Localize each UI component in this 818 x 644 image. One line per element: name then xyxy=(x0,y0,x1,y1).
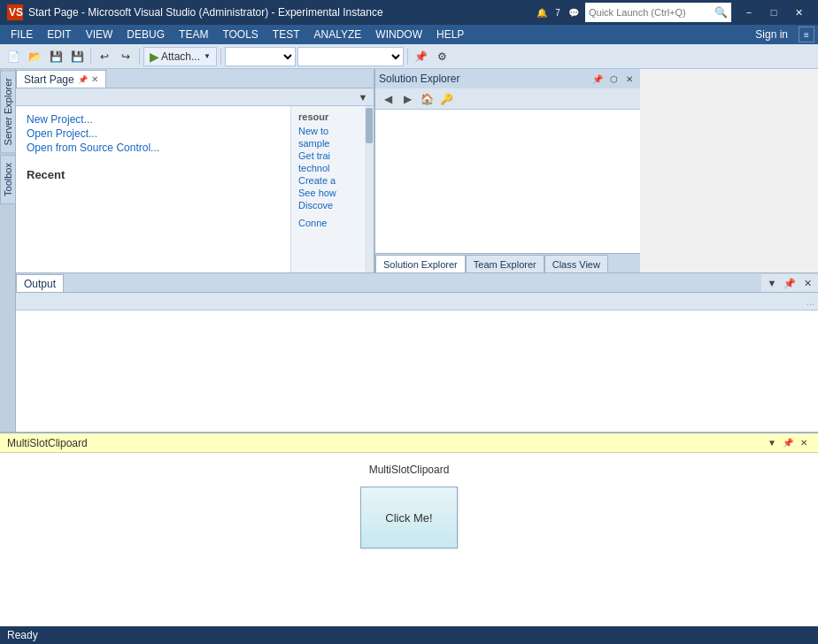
resource-link-1[interactable]: sample xyxy=(298,138,367,149)
menu-view[interactable]: VIEW xyxy=(79,25,120,44)
team-explorer-bottom-tab[interactable]: Team Explorer xyxy=(466,255,544,272)
output-dropdown[interactable]: ▼ xyxy=(765,276,779,290)
resource-link-3[interactable]: technol xyxy=(298,163,367,173)
multiclip-content: MultiSlotClipoard Click Me! xyxy=(0,453,818,626)
search-input[interactable] xyxy=(589,7,713,18)
open-project-link[interactable]: Open Project... xyxy=(27,127,280,140)
output-tab-label: Output xyxy=(24,278,56,290)
menu-window[interactable]: WINDOW xyxy=(368,25,429,44)
title-bar-icons: 🔔 7 💬 xyxy=(536,6,580,19)
start-page-scrollbar[interactable] xyxy=(365,106,374,272)
settings-toolbar-button[interactable]: ⚙ xyxy=(433,47,452,66)
multiclip-dropdown[interactable]: ▼ xyxy=(765,436,779,450)
output-close[interactable]: ✕ xyxy=(800,276,814,290)
save-all-button[interactable]: 💾 xyxy=(67,47,87,66)
attach-arrow: ▼ xyxy=(204,52,211,60)
scrollbar-thumb[interactable] xyxy=(366,108,373,143)
extension-icon[interactable]: ≡ xyxy=(799,27,814,42)
multiclip-close[interactable]: ✕ xyxy=(797,436,811,450)
minimize-button[interactable]: − xyxy=(737,0,761,25)
notifications-icon[interactable]: 🔔 xyxy=(536,6,548,19)
quick-launch-search[interactable]: 🔍 xyxy=(585,3,731,22)
resource-link-2[interactable]: Get trai xyxy=(298,150,367,161)
open-source-control-link[interactable]: Open from Source Control... xyxy=(27,142,280,154)
output-tab[interactable]: Output xyxy=(16,274,64,292)
multiclip-header: MultiSlotClipoard ▼ 📌 ✕ xyxy=(0,433,818,453)
solution-pin-button[interactable]: 📌 xyxy=(590,72,605,86)
toolbox-tab[interactable]: Toolbox xyxy=(0,155,16,204)
pin-toolbar-button[interactable]: 📌 xyxy=(412,47,431,66)
sol-properties-button[interactable]: 🔑 xyxy=(437,90,455,108)
output-options-dots[interactable]: ... xyxy=(806,296,814,307)
solution-explorer-controls: 📌 ⬡ ✕ xyxy=(590,72,637,86)
menu-team[interactable]: TEAM xyxy=(172,25,215,44)
sol-back-button[interactable]: ◀ xyxy=(379,90,397,108)
menu-test[interactable]: TEST xyxy=(266,25,307,44)
multiclip-pin[interactable]: 📌 xyxy=(781,436,795,450)
multiclip-title: MultiSlotClipoard xyxy=(7,437,88,449)
connect-link[interactable]: Conne xyxy=(298,218,367,228)
chat-icon[interactable]: 💬 xyxy=(567,6,580,19)
output-pin[interactable]: 📌 xyxy=(783,276,797,290)
sign-in-link[interactable]: Sign in xyxy=(748,28,795,41)
toolbar: 📄 📂 💾 💾 ↩ ↪ ▶ Attach... ▼ 📌 ⚙ xyxy=(0,44,818,69)
recent-section-title: Recent xyxy=(27,168,280,181)
new-project-link[interactable]: New Project... xyxy=(27,113,280,126)
resource-link-4[interactable]: Create a xyxy=(298,175,367,186)
output-content xyxy=(16,310,818,432)
server-explorer-tab[interactable]: Server Explorer xyxy=(0,70,16,153)
solution-bottom-tabs: Solution Explorer Team Explorer Class Vi… xyxy=(375,253,640,272)
solution-close-button[interactable]: ✕ xyxy=(622,72,637,86)
open-file-button[interactable]: 📂 xyxy=(25,47,44,66)
attach-button[interactable]: ▶ Attach... ▼ xyxy=(143,47,217,66)
tab-pin-icon[interactable]: 📌 xyxy=(78,75,88,84)
click-me-button[interactable]: Click Me! xyxy=(360,487,458,548)
toolbar-separator-2 xyxy=(139,49,140,65)
close-button[interactable]: ✕ xyxy=(786,0,811,25)
resource-link-0[interactable]: New to xyxy=(298,126,367,136)
solution-explorer-title: Solution Explorer xyxy=(379,73,459,85)
resource-link-6[interactable]: Discove xyxy=(298,200,367,211)
top-panels: Start Page 📌 ✕ ▼ New Project... Open Pro… xyxy=(16,69,818,272)
title-bar: VS Start Page - Microsoft Visual Studio … xyxy=(0,0,818,25)
save-button[interactable]: 💾 xyxy=(46,47,66,66)
search-icon: 🔍 xyxy=(714,6,728,19)
maximize-button[interactable]: □ xyxy=(761,0,786,25)
start-page-tab[interactable]: Start Page 📌 ✕ xyxy=(16,70,106,88)
start-page-left: New Project... Open Project... Open from… xyxy=(16,106,290,272)
output-header: ▼ 📌 ✕ xyxy=(761,274,818,292)
new-file-button[interactable]: 📄 xyxy=(4,47,23,66)
status-bar: Ready xyxy=(0,626,818,644)
undo-button[interactable]: ↩ xyxy=(95,47,114,66)
menu-tools[interactable]: TOOLS xyxy=(215,25,265,44)
menu-edit[interactable]: EDIT xyxy=(40,25,78,44)
panels-area: Start Page 📌 ✕ ▼ New Project... Open Pro… xyxy=(16,69,818,432)
multiclip-content-label: MultiSlotClipoard xyxy=(369,464,450,476)
start-page-tab-label: Start Page xyxy=(24,73,74,86)
notifications-count: 7 xyxy=(552,6,564,19)
solution-explorer-bottom-tab[interactable]: Solution Explorer xyxy=(375,255,466,272)
menu-file[interactable]: FILE xyxy=(4,25,40,44)
start-page-content: New Project... Open Project... Open from… xyxy=(16,106,374,272)
panel-dropdown-arrow[interactable]: ▼ xyxy=(356,90,370,104)
solution-auto-hide-button[interactable]: ⬡ xyxy=(606,72,621,86)
output-tab-bar: Output ▼ 📌 ✕ xyxy=(16,273,818,293)
platform-combo[interactable] xyxy=(297,47,404,66)
menu-analyze[interactable]: ANALYZE xyxy=(307,25,369,44)
sol-home-button[interactable]: 🏠 xyxy=(418,90,436,108)
menu-help[interactable]: HELP xyxy=(429,25,471,44)
multiclip-controls: ▼ 📌 ✕ xyxy=(765,436,811,450)
sol-forward-button[interactable]: ▶ xyxy=(398,90,416,108)
solution-toolbar: ◀ ▶ 🏠 🔑 xyxy=(375,88,640,110)
start-page-links: New Project... Open Project... Open from… xyxy=(27,113,280,154)
solution-config-combo[interactable] xyxy=(225,47,296,66)
class-view-bottom-tab[interactable]: Class View xyxy=(544,255,608,272)
menu-debug[interactable]: DEBUG xyxy=(120,25,172,44)
start-page-header: ▼ xyxy=(16,88,374,106)
toolbar-separator-3 xyxy=(220,49,221,65)
solution-explorer-content xyxy=(375,110,640,253)
resource-link-5[interactable]: See how xyxy=(298,188,367,198)
tab-close-icon[interactable]: ✕ xyxy=(91,74,98,84)
solution-explorer-tab-bar: Solution Explorer 📌 ⬡ ✕ xyxy=(375,69,640,88)
redo-button[interactable]: ↪ xyxy=(116,47,135,66)
